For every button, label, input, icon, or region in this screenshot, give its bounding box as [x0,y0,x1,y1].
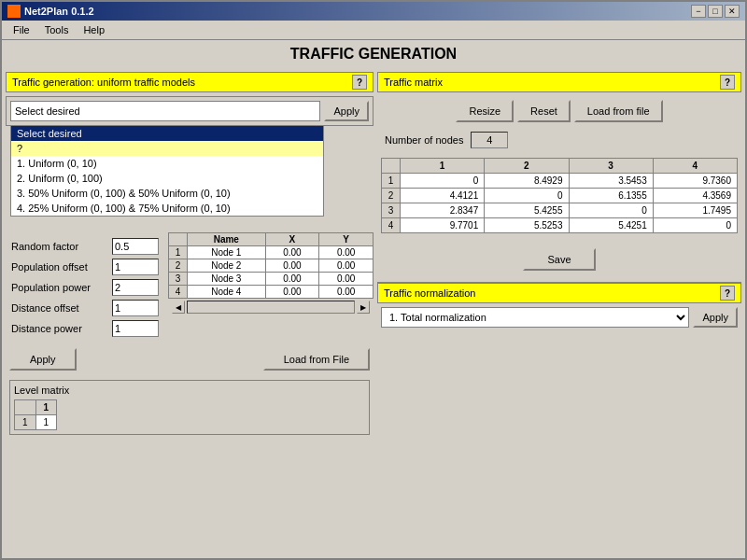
table-row: 4 Node 4 0.00 0.00 [169,286,374,299]
menu-help[interactable]: Help [76,22,112,37]
dropdown-item-3[interactable]: 3. 50% Uniform (0, 100) & 50% Uniform (0… [11,186,323,201]
matrix-col-2: 2 [485,159,569,174]
page-title: TRAFFIC GENERATION [2,40,745,68]
random-factor-label: Random factor [11,241,108,252]
num-nodes-row: Number of nodes [377,130,741,150]
population-power-row: Population power [11,279,159,296]
dropdown-item-1[interactable]: 1. Uniform (0, 10) [11,156,323,171]
node-y-3[interactable]: 0.00 [319,273,374,286]
title-bar-left: Net2Plan 0.1.2 [7,5,94,18]
node-name-2[interactable]: Node 2 [188,259,266,273]
normalization-apply-button[interactable]: Apply [693,307,738,328]
level-matrix-col-empty [15,400,36,415]
matrix-cell-3-4[interactable]: 1.7495 [653,203,737,218]
random-factor-input[interactable] [112,238,159,255]
population-offset-input[interactable] [112,259,159,275]
node-y-1[interactable]: 0.00 [319,246,374,259]
dropdown-item-question[interactable]: ? [11,141,323,156]
right-panel: Traffic matrix ? Resize Reset Load from … [377,72,741,554]
node-name-4[interactable]: Node 4 [188,286,266,299]
nodes-col-y: Y [319,233,374,246]
normalization-row: 1. Total normalization Apply [377,303,741,331]
window-title: Net2Plan 0.1.2 [24,6,94,17]
distance-power-label: Distance power [11,323,108,334]
matrix-cell-4-2[interactable]: 5.5253 [485,218,569,233]
right-panel-help-button[interactable]: ? [720,75,735,90]
matrix-cell-3-2[interactable]: 5.4255 [485,203,569,218]
distance-power-input[interactable] [112,320,159,337]
app-icon [7,5,21,18]
resize-button[interactable]: Resize [456,100,514,122]
scroll-right-arrow[interactable]: ▶ [357,301,370,314]
maximize-button[interactable]: □ [708,5,723,18]
table-scrollbar: ◀ ▶ [168,301,374,314]
level-matrix-table: 1 1 1 [14,399,57,430]
matrix-cell-4-1[interactable]: 9.7701 [401,218,485,233]
model-dropdown[interactable]: Select desired 1. Uniform (0, 10) 2. Uni… [10,101,320,121]
matrix-col-3: 3 [569,159,653,174]
node-x-3[interactable]: 0.00 [265,273,319,286]
matrix-col-empty [382,159,401,174]
matrix-row-4: 4 9.7701 5.5253 5.4251 0 [382,218,738,233]
population-power-label: Population power [11,282,108,293]
matrix-cell-3-3[interactable]: 0 [569,203,653,218]
matrix-cell-2-2[interactable]: 0 [485,189,569,203]
scroll-left-arrow[interactable]: ◀ [172,301,185,314]
node-name-1[interactable]: Node 1 [188,246,266,259]
matrix-row-num-4: 4 [382,218,401,233]
dropdown-item-4[interactable]: 4. 25% Uniform (0, 100) & 75% Uniform (0… [11,201,323,216]
dropdown-item-0[interactable]: Select desired [11,126,323,141]
matrix-cell-1-2[interactable]: 8.4929 [485,174,569,189]
traffic-matrix-container: 1 2 3 4 1 0 8.4929 3.5453 9.7360 [377,154,741,237]
distance-offset-input[interactable] [112,300,159,316]
node-y-2[interactable]: 0.00 [319,259,374,273]
matrix-cell-3-1[interactable]: 2.8347 [401,203,485,218]
matrix-cell-4-4[interactable]: 0 [653,218,737,233]
matrix-row-num-1: 1 [382,174,401,189]
load-from-file-button[interactable]: Load from File [263,348,370,371]
population-offset-label: Population offset [11,261,108,273]
matrix-cell-2-1[interactable]: 4.4121 [401,189,485,203]
node-x-4[interactable]: 0.00 [265,286,319,299]
dropdown-item-2[interactable]: 2. Uniform (0, 100) [11,171,323,186]
load-from-file-right-button[interactable]: Load from file [574,100,663,122]
table-row: 2 Node 2 0.00 0.00 [169,259,374,273]
matrix-cell-1-1[interactable]: 0 [401,174,485,189]
level-matrix-value[interactable]: 1 [35,415,57,430]
node-x-2[interactable]: 0.00 [265,259,319,273]
num-nodes-input[interactable] [471,132,508,148]
title-bar-controls: − □ ✕ [691,5,740,18]
node-name-3[interactable]: Node 3 [188,273,266,286]
node-x-1[interactable]: 0.00 [265,246,319,259]
scrollbar-track[interactable] [187,301,355,314]
matrix-cell-2-4[interactable]: 4.3569 [653,189,737,203]
distance-offset-row: Distance offset [11,300,159,316]
normalization-help-button[interactable]: ? [720,286,735,301]
matrix-cell-4-3[interactable]: 5.4251 [569,218,653,233]
left-panel-header: Traffic generation: uniform traffic mode… [6,72,374,92]
node-row-num-2: 2 [169,259,188,273]
top-apply-button[interactable]: Apply [324,101,369,121]
dropdown-area: Select desired 1. Uniform (0, 10) 2. Uni… [7,97,373,125]
dropdown-section: Select desired 1. Uniform (0, 10) 2. Uni… [6,96,374,126]
population-power-input[interactable] [112,279,159,296]
reset-button[interactable]: Reset [517,100,571,122]
node-y-4[interactable]: 0.00 [319,286,374,299]
apply-button[interactable]: Apply [9,348,77,371]
save-button[interactable]: Save [523,248,595,271]
normalization-dropdown[interactable]: 1. Total normalization [381,307,689,328]
random-factor-row: Random factor [11,238,159,255]
table-row: 3 Node 3 0.00 0.00 [169,273,374,286]
left-panel-help-button[interactable]: ? [352,75,367,90]
menu-file[interactable]: File [6,22,37,37]
matrix-cell-1-3[interactable]: 3.5453 [569,174,653,189]
matrix-cell-1-4[interactable]: 9.7360 [653,174,737,189]
normalization-header: Traffic normalization ? [377,283,741,303]
main-window: Net2Plan 0.1.2 − □ ✕ File Tools Help TRA… [0,0,747,560]
menu-tools[interactable]: Tools [37,22,77,37]
minimize-button[interactable]: − [691,5,706,18]
level-matrix-title: Level matrix [14,385,365,396]
matrix-row-num-2: 2 [382,189,401,203]
matrix-cell-2-3[interactable]: 6.1355 [569,189,653,203]
close-button[interactable]: ✕ [725,5,740,18]
